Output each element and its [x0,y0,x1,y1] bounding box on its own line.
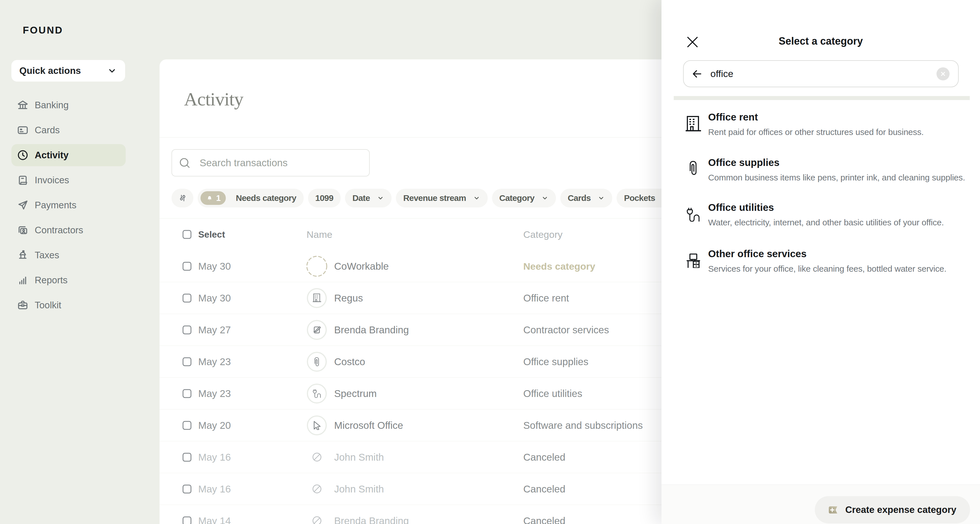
select-category-panel: Select a category office Office rentRent… [662,0,980,524]
panel-title: Select a category [662,35,980,47]
plug-lg-icon [686,206,701,224]
category-option-title: Other office services [708,248,964,260]
row-checkbox[interactable] [183,516,191,524]
row-name: Microsoft Office [334,420,403,431]
avatar [307,352,327,372]
bank-icon [16,99,29,111]
sidebar-item-toolkit[interactable]: Toolkit [11,294,126,316]
row-name: John Smith [334,451,384,463]
sidebar-nav: BankingCardsActivityInvoicesPaymentsCont… [11,94,126,319]
cursor-icon [313,421,320,430]
search-placeholder: Search transactions [200,157,288,168]
sidebar-item-label: Activity [35,150,68,160]
row-name: Regus [334,292,363,304]
select-all-checkbox[interactable] [183,230,191,239]
sidebar-item-reports[interactable]: Reports [11,269,126,291]
sidebar-item-banking[interactable]: Banking [11,94,126,116]
row-checkbox[interactable] [183,262,191,270]
avatar [307,288,327,308]
row-date: May 30 [198,260,231,272]
filter-chip-cards[interactable]: Cards [560,189,612,208]
filter-chip-revenue-stream[interactable]: Revenue stream [396,189,488,208]
row-checkbox[interactable] [183,326,191,334]
row-date: May 20 [198,420,231,431]
row-date: May 16 [198,483,231,495]
found-logo: FOUND [23,24,63,36]
category-option-desc: Common business items like pens, printer… [708,172,964,183]
filter-chip-category[interactable]: Category [492,189,556,208]
panel-footer: Create expense category [662,484,980,524]
chevron-down-icon [473,194,480,202]
filter-chips: 1Needs category1099DateRevenue streamCat… [172,189,677,208]
category-search-input[interactable]: office [683,60,959,87]
row-name: Costco [334,356,365,367]
avatar [307,384,327,403]
canceled-slash-icon [307,511,327,524]
toolkit-icon [16,299,29,311]
panel-divider [674,96,970,100]
arrow-left-icon[interactable] [691,68,703,80]
canceled-slash-icon [307,447,327,467]
sidebar-item-cards[interactable]: Cards [11,119,126,141]
row-checkbox[interactable] [183,357,191,366]
invoice-icon [16,174,29,186]
sidebar-item-contractors[interactable]: Contractors [11,219,126,241]
row-checkbox[interactable] [183,421,191,430]
clock-icon [16,149,29,161]
category-option-office-rent[interactable]: Office rentRent paid for offices or othe… [686,111,964,138]
row-name: John Smith [334,483,384,495]
sidebar-item-label: Toolkit [35,300,61,311]
sidebar-item-taxes[interactable]: Taxes [11,244,126,266]
create-expense-category-label: Create expense category [845,504,956,515]
reports-icon [16,274,29,286]
paperclip-lg-icon [686,161,701,179]
filter-chip-1099[interactable]: 1099 [308,189,341,208]
chevron-down-icon [541,194,549,202]
category-option-title: Office supplies [708,156,964,169]
row-checkbox[interactable] [183,453,191,462]
row-date: May 27 [198,324,231,336]
category-tag-icon [829,506,839,514]
category-option-title: Office utilities [708,201,964,214]
row-checkbox[interactable] [183,294,191,302]
category-option-office-utilities[interactable]: Office utilitiesWater, electricity, inte… [686,201,964,228]
chip-label: Revenue stream [403,193,466,203]
chip-label: Pockets [624,193,655,203]
row-name: Spectrum [334,388,377,399]
select-header: Select [198,229,225,240]
row-checkbox[interactable] [183,484,191,493]
sidebar-item-label: Reports [35,275,68,286]
row-category: Canceled [523,515,565,524]
filter-chip-needs-category[interactable]: 1Needs category [198,189,304,208]
sliders-icon [178,194,187,203]
clear-search-button[interactable] [937,67,950,80]
chip-label: Needs category [236,193,296,203]
category-option-office-supplies[interactable]: Office suppliesCommon business items lik… [686,156,964,183]
row-name: CoWorkable [334,260,389,272]
search-transactions-input[interactable]: Search transactions [172,149,370,176]
row-name: Brenda Branding [334,515,409,524]
filter-chip-date[interactable]: Date [345,189,391,208]
row-name: Brenda Branding [334,324,409,336]
avatar-dashed-circle [307,256,327,276]
category-option-title: Office rent [708,111,964,123]
category-option-desc: Services for your office, like cleaning … [708,264,964,274]
sidebar-item-invoices[interactable]: Invoices [11,169,126,191]
sidebar-item-activity[interactable]: Activity [11,144,126,166]
chevron-down-icon [598,194,605,202]
send-icon [16,199,29,211]
row-date: May 16 [198,451,231,463]
sidebar-item-payments[interactable]: Payments [11,194,126,216]
row-checkbox[interactable] [183,389,191,398]
avatar [307,416,327,435]
pendoc-icon [312,325,321,335]
card-icon [16,124,29,137]
create-expense-category-button[interactable]: Create expense category [815,496,970,524]
quick-actions-button[interactable]: Quick actions [11,60,125,81]
filter-settings-chip[interactable] [172,189,193,208]
category-option-other-office-services[interactable]: Other office servicesServices for your o… [686,248,964,274]
row-category: Needs category [523,260,595,272]
row-date: May 14 [198,515,231,524]
chip-label: Category [500,193,535,203]
category-header: Category [523,229,563,240]
